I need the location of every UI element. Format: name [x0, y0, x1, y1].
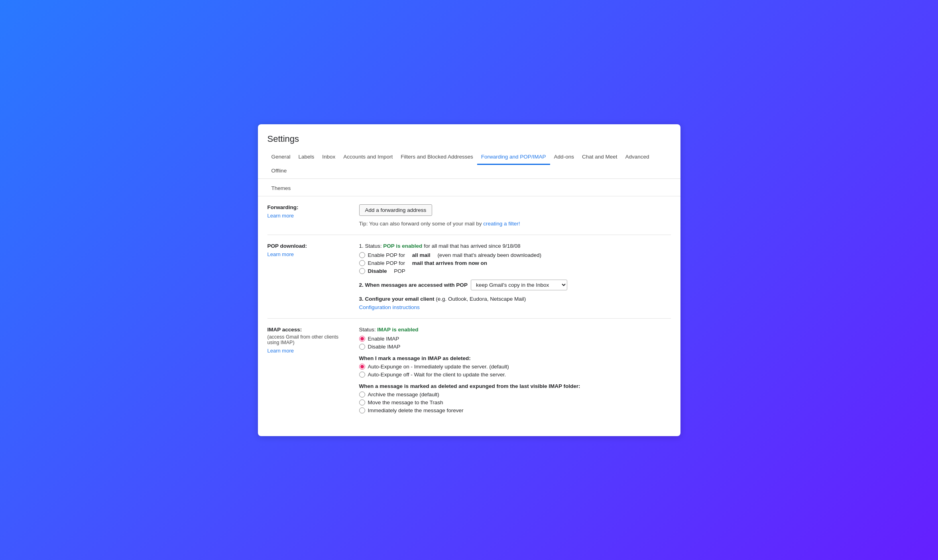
imap-content: Status: IMAP is enabled Enable IMAP Disa… [359, 327, 671, 415]
imap-status-line: Status: IMAP is enabled [359, 327, 671, 333]
add-forwarding-button[interactable]: Add a forwarding address [359, 204, 433, 216]
tab-filters[interactable]: Filters and Blocked Addresses [397, 151, 477, 165]
imap-expunged-header: When a message is marked as deleted and … [359, 383, 671, 389]
pop-dropdown-row: 2. When messages are accessed with POP k… [359, 280, 671, 290]
imap-disable-label: Disable IMAP [368, 344, 401, 350]
pop-section2-row: 2. When messages are accessed with POP k… [359, 280, 671, 290]
settings-body: Forwarding: Learn more Add a forwarding … [258, 196, 680, 423]
tab-labels[interactable]: Labels [295, 151, 319, 165]
pop-label-col: POP download: Learn more [267, 243, 351, 310]
forwarding-row: Forwarding: Learn more Add a forwarding … [267, 196, 671, 235]
pop-option1-bold: all mail [412, 252, 431, 258]
tab-forwarding[interactable]: Forwarding and POP/IMAP [477, 151, 550, 165]
imap-access-row: IMAP access: (access Gmail from other cl… [267, 319, 671, 423]
imap-trash-radio[interactable] [359, 399, 365, 405]
imap-disable-option: Disable IMAP [359, 344, 671, 350]
settings-panel: Settings General Labels Inbox Accounts a… [258, 124, 680, 436]
tab-themes[interactable]: Themes [267, 182, 295, 196]
pop-from-now-radio[interactable] [359, 260, 365, 266]
tab-accounts[interactable]: Accounts and Import [339, 151, 397, 165]
imap-archive-radio[interactable] [359, 392, 365, 397]
imap-autoexpunge-on-radio[interactable] [359, 364, 365, 370]
tabs-row: General Labels Inbox Accounts and Import… [258, 151, 680, 179]
pop-section3-pre: 3. Configure your email client [359, 296, 435, 302]
pop-content: 1. Status: POP is enabled for all mail t… [359, 243, 671, 310]
themes-row: Themes [258, 179, 680, 196]
imap-title: IMAP access: [267, 327, 351, 333]
imap-trash-option: Move the message to the Trash [359, 399, 671, 405]
tab-offline[interactable]: Offline [267, 164, 291, 179]
imap-autoexpunge-on-option: Auto-Expunge on - Immediately update the… [359, 364, 671, 370]
imap-delete-radio[interactable] [359, 407, 365, 413]
pop-section1-label: 1. Status: [359, 243, 382, 249]
imap-enable-label: Enable IMAP [368, 336, 399, 342]
forwarding-learn-more[interactable]: Learn more [267, 213, 294, 219]
pop-status-suffix: for all mail that has arrived since 9/18… [424, 243, 520, 249]
tab-addons[interactable]: Add-ons [550, 151, 578, 165]
tab-advanced[interactable]: Advanced [621, 151, 653, 165]
imap-archive-option: Archive the message (default) [359, 392, 671, 397]
imap-label-col: IMAP access: (access Gmail from other cl… [267, 327, 351, 415]
imap-enable-option: Enable IMAP [359, 336, 671, 342]
pop-enabled-text: POP is enabled [383, 243, 422, 249]
pop-title: POP download: [267, 243, 351, 249]
pop-option2-bold: mail that arrives from now on [412, 260, 487, 266]
imap-autoexpunge-off-radio[interactable] [359, 372, 365, 378]
creating-filter-link[interactable]: creating a filter! [483, 221, 520, 227]
imap-autoexpunge-off-label: Auto-Expunge off - Wait for the client t… [368, 372, 506, 378]
forwarding-tip: Tip: You can also forward only some of y… [359, 221, 671, 227]
pop-option-all-mail: Enable POP for all mail (even mail that'… [359, 252, 671, 258]
config-instructions-link[interactable]: Configuration instructions [359, 304, 420, 310]
pop-option3-pre: Disable [368, 268, 387, 274]
pop-all-mail-radio[interactable] [359, 252, 365, 258]
forwarding-content: Add a forwarding address Tip: You can al… [359, 204, 671, 227]
pop-section3-suffix: (e.g. Outlook, Eudora, Netscape Mail) [436, 296, 526, 302]
tab-general[interactable]: General [267, 151, 295, 165]
imap-disable-radio[interactable] [359, 344, 365, 350]
imap-enable-radio[interactable] [359, 336, 365, 342]
imap-enabled-text: IMAP is enabled [377, 327, 418, 333]
imap-delete-label: Immediately delete the message forever [368, 407, 464, 413]
tip-text-static: Tip: You can also forward only some of y… [359, 221, 482, 227]
forwarding-title: Forwarding: [267, 204, 351, 210]
pop-option-disable: Disable POP [359, 268, 671, 274]
imap-status-pre: Status: [359, 327, 376, 333]
imap-autoexpunge-on-label: Auto-Expunge on - Immediately update the… [368, 364, 509, 370]
pop-option1-pre: Enable POP for [368, 252, 405, 258]
pop-section2-label: 2. When messages are accessed with POP [359, 282, 468, 288]
forwarding-label-col: Forwarding: Learn more [267, 204, 351, 227]
pop-option1-suffix: (even mail that's already been downloade… [437, 252, 541, 258]
pop-option3-suffix: POP [394, 268, 405, 274]
imap-autoexpunge-off-option: Auto-Expunge off - Wait for the client t… [359, 372, 671, 378]
pop-action-dropdown[interactable]: keep Gmail's copy in the Inbox archive G… [471, 280, 567, 290]
tab-chat[interactable]: Chat and Meet [578, 151, 621, 165]
imap-trash-label: Move the message to the Trash [368, 399, 443, 405]
pop-download-row: POP download: Learn more 1. Status: POP … [267, 235, 671, 319]
pop-disable-radio[interactable] [359, 268, 365, 274]
pop-option-from-now: Enable POP for mail that arrives from no… [359, 260, 671, 266]
pop-learn-more[interactable]: Learn more [267, 251, 294, 257]
pop-section3: 3. Configure your email client (e.g. Out… [359, 296, 671, 302]
imap-learn-more[interactable]: Learn more [267, 348, 294, 354]
imap-deleted-header: When I mark a message in IMAP as deleted… [359, 355, 671, 361]
imap-subtitle: (access Gmail from other clients using I… [267, 334, 351, 345]
imap-delete-option: Immediately delete the message forever [359, 407, 671, 413]
pop-status-line: 1. Status: POP is enabled for all mail t… [359, 243, 671, 249]
imap-archive-label: Archive the message (default) [368, 392, 439, 397]
page-title: Settings [258, 134, 680, 151]
tab-inbox[interactable]: Inbox [318, 151, 339, 165]
pop-option2-pre: Enable POP for [368, 260, 405, 266]
